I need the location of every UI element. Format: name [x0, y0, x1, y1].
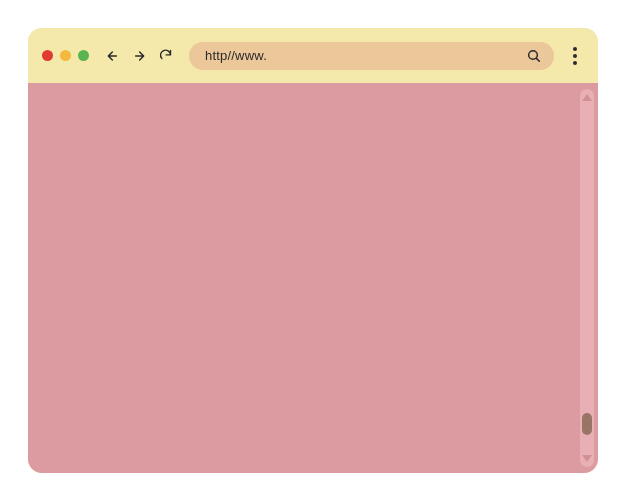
arrow-right-icon — [131, 48, 147, 64]
url-text: http//www. — [205, 48, 524, 63]
nav-controls — [103, 46, 175, 66]
scroll-up-button[interactable] — [582, 94, 592, 101]
kebab-dot-icon — [573, 47, 577, 51]
close-button[interactable] — [42, 50, 53, 61]
search-button[interactable] — [524, 46, 544, 66]
minimize-button[interactable] — [60, 50, 71, 61]
search-icon — [526, 48, 542, 64]
refresh-icon — [158, 48, 173, 63]
title-bar: http//www. — [28, 28, 598, 83]
content-area — [28, 83, 580, 473]
kebab-dot-icon — [573, 61, 577, 65]
scroll-thumb[interactable] — [582, 413, 592, 435]
back-button[interactable] — [103, 46, 123, 66]
arrow-left-icon — [105, 48, 121, 64]
scroll-down-button[interactable] — [582, 455, 592, 462]
address-bar[interactable]: http//www. — [189, 42, 554, 70]
menu-button[interactable] — [566, 46, 584, 66]
scroll-track[interactable] — [580, 101, 594, 455]
scrollbar[interactable] — [580, 89, 594, 467]
refresh-button[interactable] — [155, 46, 175, 66]
content-wrapper — [28, 83, 598, 473]
kebab-dot-icon — [573, 54, 577, 58]
forward-button[interactable] — [129, 46, 149, 66]
window-controls — [42, 50, 89, 61]
browser-window: http//www. — [28, 28, 598, 473]
maximize-button[interactable] — [78, 50, 89, 61]
